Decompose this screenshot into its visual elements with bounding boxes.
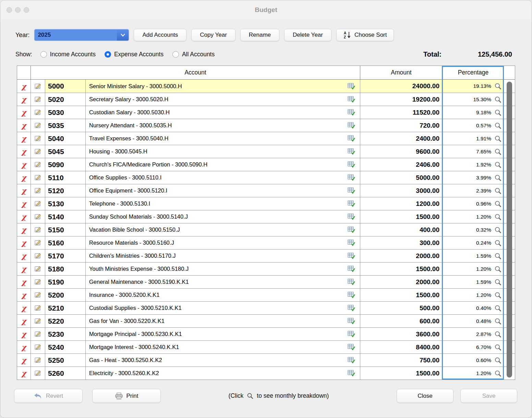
minimize-window-button[interactable] (15, 7, 21, 13)
delete-cell[interactable]: χ (17, 93, 31, 106)
radio-income-accounts[interactable]: Income Accounts (40, 51, 96, 58)
edit-cell[interactable] (31, 119, 45, 132)
close-button[interactable]: Close (397, 389, 454, 403)
delete-cell[interactable]: χ (17, 289, 31, 301)
edit-icon[interactable] (35, 83, 41, 90)
magnifier-icon[interactable] (494, 174, 501, 181)
amount-cell[interactable]: 24000.00 (360, 80, 443, 93)
magnifier-icon[interactable] (494, 187, 501, 194)
delete-icon[interactable]: χ (22, 200, 26, 207)
amount-cell[interactable]: 3000.00 (360, 184, 443, 197)
delete-icon[interactable]: χ (22, 370, 26, 377)
delete-icon[interactable]: χ (22, 226, 26, 233)
edit-icon[interactable] (35, 200, 41, 207)
edit-icon[interactable] (35, 370, 41, 376)
delete-icon[interactable]: χ (22, 317, 26, 325)
delete-cell[interactable]: χ (17, 263, 31, 275)
copy-year-button[interactable]: Copy Year (191, 29, 235, 41)
edit-icon[interactable] (35, 227, 41, 233)
account-name-cell[interactable]: Mortgage Principal - 3000.5230.K.K1 (86, 328, 360, 340)
edit-icon[interactable] (35, 331, 41, 337)
vertical-scrollbar[interactable] (507, 82, 512, 378)
amount-cell[interactable]: 500.00 (360, 302, 443, 314)
account-name-cell[interactable]: Gas for Van - 3000.5220.K.K1 (86, 315, 360, 327)
edit-cell[interactable] (31, 236, 45, 249)
delete-cell[interactable]: χ (17, 341, 31, 353)
account-name-cell[interactable]: Custodial Supplies - 3000.5210.K.K1 (86, 302, 360, 314)
delete-icon[interactable]: χ (22, 148, 26, 155)
account-name-cell[interactable]: Insurance - 3000.5200.K.K1 (86, 289, 360, 301)
amount-cell[interactable]: 8400.00 (360, 341, 443, 353)
amount-cell[interactable]: 720.00 (360, 119, 443, 132)
delete-cell[interactable]: χ (17, 197, 31, 210)
delete-cell[interactable]: χ (17, 302, 31, 314)
choose-sort-button[interactable]: A Z Choose Sort (336, 29, 394, 41)
edit-cell[interactable] (31, 145, 45, 158)
magnifier-icon[interactable] (494, 135, 501, 142)
amount-cell[interactable]: 3600.00 (360, 328, 443, 340)
delete-cell[interactable]: χ (17, 328, 31, 340)
amount-cell[interactable]: 400.00 (360, 223, 443, 236)
account-name-cell[interactable]: Mortgage Interest - 3000.5240.K.K1 (86, 341, 360, 353)
magnifier-icon[interactable] (494, 370, 501, 377)
edit-icon[interactable] (35, 253, 41, 259)
edit-icon[interactable] (35, 148, 41, 155)
delete-icon[interactable]: χ (22, 278, 26, 286)
delete-cell[interactable]: χ (17, 210, 31, 223)
amount-cell[interactable]: 5000.00 (360, 171, 443, 184)
amount-cell[interactable]: 2000.00 (360, 276, 443, 288)
magnifier-icon[interactable] (494, 305, 501, 312)
delete-cell[interactable]: χ (17, 276, 31, 288)
edit-icon[interactable] (35, 109, 41, 116)
amount-cell[interactable]: 1200.00 (360, 197, 443, 210)
account-name-cell[interactable]: Housing - 3000.5045.H (86, 145, 360, 158)
account-name-cell[interactable]: Vacation Bible School - 3000.5150.J (86, 223, 360, 236)
edit-cell[interactable] (31, 302, 45, 314)
edit-icon[interactable] (35, 357, 41, 363)
amount-cell[interactable]: 2000.00 (360, 249, 443, 262)
revert-button[interactable]: Revert (14, 389, 83, 403)
amount-cell[interactable]: 19200.00 (360, 93, 443, 106)
edit-icon[interactable] (35, 174, 41, 181)
account-name-cell[interactable]: Sunday School Materials - 3000.5140.J (86, 210, 360, 223)
amount-cell[interactable]: 600.00 (360, 315, 443, 327)
magnifier-icon[interactable] (494, 122, 501, 129)
magnifier-icon[interactable] (494, 96, 501, 103)
amount-cell[interactable]: 1500.00 (360, 263, 443, 275)
account-name-cell[interactable]: Office Supplies - 3000.5110.I (86, 171, 360, 184)
save-button[interactable]: Save (460, 389, 517, 403)
edit-icon[interactable] (35, 122, 41, 129)
magnifier-icon[interactable] (494, 357, 501, 364)
amount-cell[interactable]: 1500.00 (360, 289, 443, 301)
delete-icon[interactable]: χ (22, 330, 26, 338)
edit-icon[interactable] (35, 240, 41, 246)
magnifier-icon[interactable] (494, 227, 501, 233)
delete-cell[interactable]: χ (17, 132, 31, 145)
account-name-cell[interactable]: Secretary Salary - 3000.5020.H (86, 93, 360, 106)
delete-icon[interactable]: χ (22, 187, 26, 194)
delete-year-button[interactable]: Delete Year (284, 29, 331, 41)
account-name-cell[interactable]: Church's FICA/Medicare Portion - 3000.50… (86, 158, 360, 171)
edit-cell[interactable] (31, 93, 45, 106)
delete-cell[interactable]: χ (17, 315, 31, 327)
delete-icon[interactable]: χ (22, 357, 26, 364)
edit-cell[interactable] (31, 171, 45, 184)
amount-cell[interactable]: 9600.00 (360, 145, 443, 158)
edit-icon[interactable] (35, 344, 41, 350)
amount-cell[interactable]: 2406.00 (360, 158, 443, 171)
radio-all-accounts[interactable]: All Accounts (172, 51, 215, 58)
edit-icon[interactable] (35, 318, 41, 324)
account-name-cell[interactable]: Senior Minister Salary - 3000.5000.H (86, 80, 360, 93)
amount-cell[interactable]: 1500.00 (360, 210, 443, 223)
rename-button[interactable]: Rename (240, 29, 279, 41)
magnifier-icon[interactable] (494, 213, 501, 220)
header-account[interactable]: Account (31, 66, 360, 79)
edit-cell[interactable] (31, 158, 45, 171)
account-name-cell[interactable]: Youth Ministries Expense - 3000.5180.J (86, 263, 360, 275)
edit-cell[interactable] (31, 354, 45, 367)
account-name-cell[interactable]: Electricity - 3000.5260.K.K2 (86, 367, 360, 380)
delete-icon[interactable]: χ (22, 344, 26, 351)
account-name-cell[interactable]: General Maintenance - 3000.5190.K.K1 (86, 276, 360, 288)
zoom-window-button[interactable] (24, 7, 29, 13)
delete-icon[interactable]: χ (22, 83, 26, 90)
